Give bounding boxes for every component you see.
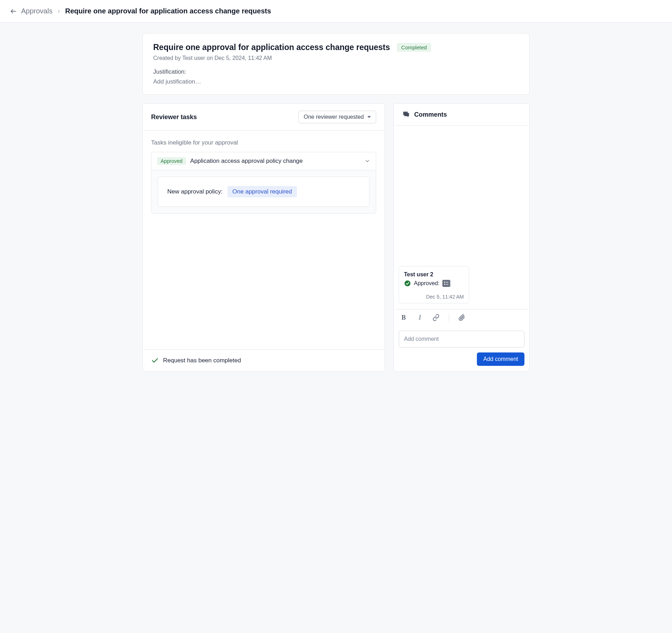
comment-status-text: Approved: bbox=[414, 280, 440, 287]
chevron-right-icon bbox=[57, 9, 61, 13]
add-comment-button[interactable]: Add comment bbox=[477, 352, 524, 366]
svg-rect-4 bbox=[444, 284, 445, 285]
comment-author: Test user 2 bbox=[404, 271, 464, 278]
breadcrumb-parent[interactable]: Approvals bbox=[21, 7, 52, 15]
comment-item: Test user 2 Approved: Dec 5, 11:42 AM bbox=[399, 266, 469, 303]
toolbar-separator bbox=[449, 314, 449, 321]
bold-button[interactable]: B bbox=[400, 314, 407, 321]
approved-check-icon bbox=[404, 280, 411, 287]
comment-timestamp: Dec 5, 11:42 AM bbox=[404, 294, 464, 300]
task-ref-icon bbox=[442, 280, 450, 287]
italic-button[interactable]: I bbox=[416, 314, 423, 321]
policy-label: New approval policy: bbox=[167, 188, 223, 195]
task-status-badge: Approved bbox=[157, 157, 186, 165]
comments-icon bbox=[402, 111, 410, 118]
comments-panel: Comments Test user 2 Approved: bbox=[393, 103, 530, 372]
attachment-button[interactable] bbox=[458, 314, 465, 321]
reviewer-count-value: One reviewer requested bbox=[304, 114, 364, 120]
back-icon[interactable] bbox=[10, 8, 17, 15]
comment-toolbar: B I bbox=[394, 309, 529, 326]
page-title: Require one approval for application acc… bbox=[65, 7, 271, 15]
comment-input[interactable] bbox=[399, 331, 524, 348]
check-icon bbox=[151, 357, 159, 364]
svg-rect-2 bbox=[444, 282, 445, 283]
summary-title: Require one approval for application acc… bbox=[153, 43, 390, 52]
link-button[interactable] bbox=[433, 314, 440, 321]
task-card: Approved Application access approval pol… bbox=[151, 152, 376, 214]
summary-card: Require one approval for application acc… bbox=[142, 33, 530, 95]
request-status-text: Request has been completed bbox=[163, 357, 241, 364]
chevron-down-icon bbox=[365, 158, 370, 164]
ineligible-label: Tasks ineligible for your approval bbox=[151, 139, 376, 146]
status-badge: Completed bbox=[397, 43, 431, 52]
svg-rect-3 bbox=[446, 282, 448, 283]
svg-rect-5 bbox=[446, 284, 448, 285]
reviewer-count-select[interactable]: One reviewer requested bbox=[298, 111, 376, 123]
reviewer-tasks-header: Reviewer tasks bbox=[151, 113, 197, 121]
reviewer-tasks-panel: Reviewer tasks One reviewer requested Ta… bbox=[142, 103, 385, 372]
caret-down-icon bbox=[367, 116, 371, 118]
comments-header: Comments bbox=[414, 111, 447, 118]
justification-input[interactable]: Add justification… bbox=[153, 78, 519, 85]
policy-value: One approval required bbox=[228, 186, 297, 197]
task-header[interactable]: Approved Application access approval pol… bbox=[151, 152, 376, 170]
task-title: Application access approval policy chang… bbox=[190, 158, 360, 165]
policy-box: New approval policy: One approval requir… bbox=[158, 177, 369, 207]
justification-label: Justification: bbox=[153, 68, 519, 75]
header-bar: Approvals Require one approval for appli… bbox=[0, 0, 672, 23]
comments-list: Test user 2 Approved: Dec 5, 11:42 AM bbox=[394, 126, 529, 309]
created-by: Created by Test user on Dec 5, 2024, 11:… bbox=[153, 55, 519, 61]
svg-point-1 bbox=[405, 281, 411, 287]
